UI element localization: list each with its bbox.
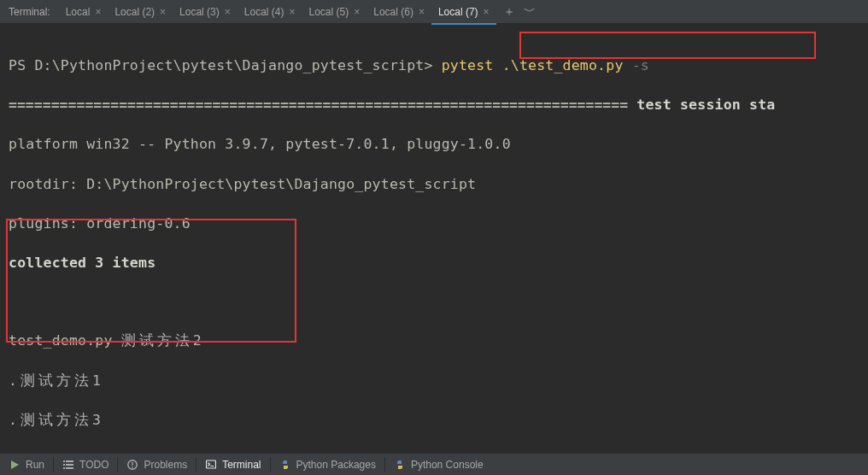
python-icon <box>279 459 291 471</box>
python-console-toolwindow-button[interactable]: Python Console <box>385 454 492 476</box>
test-output-2: .测试方法1 <box>9 371 859 390</box>
test-output-1: 测试方法2 <box>121 332 205 349</box>
svg-rect-5 <box>66 467 73 469</box>
plus-icon[interactable]: ＋ <box>503 6 515 18</box>
terminal-tabstrip: Terminal: Local × Local (2) × Local (3) … <box>0 0 868 24</box>
tool-window-bar: Run TODO Problems Terminal Python Packag… <box>0 453 868 475</box>
todo-label: TODO <box>79 459 108 471</box>
close-icon[interactable]: × <box>95 6 101 18</box>
problems-label: Problems <box>144 459 187 471</box>
chevron-down-icon[interactable]: ﹀ <box>524 6 536 18</box>
test-output-3: .测试方法3 <box>9 410 859 430</box>
problems-toolwindow-button[interactable]: Problems <box>118 454 196 476</box>
terminal-toolwindow-button[interactable]: Terminal <box>196 454 269 476</box>
tab-label: Local (5) <box>309 6 349 18</box>
separator-line: ========================================… <box>9 97 628 113</box>
svg-rect-2 <box>63 464 65 466</box>
tab-local-2[interactable]: Local (2) × <box>108 0 173 24</box>
test-file: test_demo.py <box>9 332 121 349</box>
command-text: pytest .\test_demo.py <box>442 57 624 73</box>
prompt: PS D:\PythonProject\pytest\Dajango_pytes… <box>9 57 442 73</box>
close-icon[interactable]: × <box>289 6 295 18</box>
python-packages-toolwindow-button[interactable]: Python Packages <box>271 454 384 476</box>
tab-local-5[interactable]: Local (5) × <box>302 0 367 24</box>
platform-line: platform win32 -- Python 3.9.7, pytest-7… <box>9 134 859 154</box>
svg-rect-0 <box>63 460 65 462</box>
svg-rect-3 <box>66 464 73 466</box>
close-icon[interactable]: × <box>354 6 360 18</box>
plugins-line: plugins: ordering-0.6 <box>9 214 859 233</box>
run-label: Run <box>26 459 44 471</box>
command-flag: -s <box>632 57 649 73</box>
tab-label: Local (3) <box>179 6 220 18</box>
tab-label: Local (2) <box>114 6 155 18</box>
warning-icon <box>126 459 138 471</box>
todo-toolwindow-button[interactable]: TODO <box>54 454 117 476</box>
svg-rect-1 <box>66 460 73 462</box>
terminal-label: Terminal <box>222 459 261 471</box>
tab-label: Local (6) <box>373 6 413 18</box>
tab-label: Local <box>66 6 91 18</box>
terminal-output[interactable]: PS D:\PythonProject\pytest\Dajango_pytes… <box>0 24 868 475</box>
close-icon[interactable]: × <box>160 6 166 18</box>
collected-line: collected 3 items <box>9 253 859 273</box>
close-icon[interactable]: × <box>419 6 425 18</box>
list-icon <box>62 459 74 471</box>
tab-local-7[interactable]: Local (7) × <box>431 0 496 24</box>
play-icon <box>9 459 21 471</box>
svg-rect-4 <box>63 467 65 469</box>
run-toolwindow-button[interactable]: Run <box>0 454 53 476</box>
tab-local-6[interactable]: Local (6) × <box>367 0 431 24</box>
tab-local-4[interactable]: Local (4) × <box>238 0 302 24</box>
close-icon[interactable]: × <box>484 6 490 18</box>
session-header: test session sta <box>628 97 775 113</box>
tab-label: Local (7) <box>438 6 478 18</box>
svg-rect-7 <box>132 461 133 465</box>
python-packages-label: Python Packages <box>296 459 376 471</box>
close-icon[interactable]: × <box>225 6 231 18</box>
tabstrip-label: Terminal: <box>0 6 59 18</box>
tab-local-1[interactable]: Local × <box>59 0 108 24</box>
tab-label: Local (4) <box>244 6 284 18</box>
svg-rect-9 <box>207 460 216 468</box>
rootdir-line: rootdir: D:\PythonProject\pytest\Dajango… <box>9 174 859 194</box>
svg-rect-10 <box>211 466 214 466</box>
python-console-label: Python Console <box>411 459 484 471</box>
terminal-icon <box>205 459 217 471</box>
python-icon <box>394 459 406 471</box>
tab-local-3[interactable]: Local (3) × <box>173 0 238 24</box>
svg-rect-8 <box>132 466 133 467</box>
